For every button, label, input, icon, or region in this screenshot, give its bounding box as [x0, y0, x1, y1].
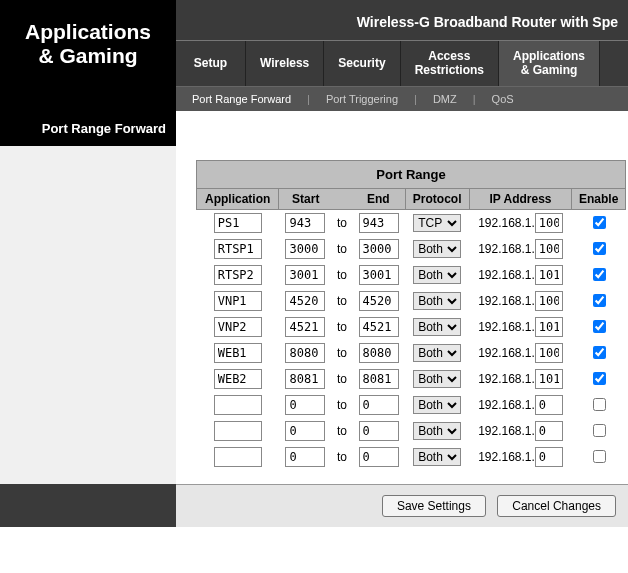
end-port-input[interactable]	[359, 447, 399, 467]
table-row: toTCPUDPBoth192.168.1.	[197, 288, 626, 314]
tab-applications-gaming[interactable]: Applications & Gaming	[499, 41, 600, 86]
side-fill	[0, 146, 176, 484]
enable-checkbox[interactable]	[593, 242, 606, 255]
protocol-select[interactable]: TCPUDPBoth	[413, 214, 461, 232]
product-title: Wireless-G Broadband Router with Spe	[176, 0, 628, 41]
protocol-select[interactable]: TCPUDPBoth	[413, 318, 461, 336]
col-application: Application	[197, 188, 279, 209]
ip-suffix-input[interactable]	[535, 213, 563, 233]
port-range-table: Port Range Application Start End Protoco…	[196, 160, 626, 470]
start-port-input[interactable]	[285, 317, 325, 337]
application-input[interactable]	[214, 395, 262, 415]
start-port-input[interactable]	[285, 239, 325, 259]
end-port-input[interactable]	[359, 421, 399, 441]
application-input[interactable]	[214, 265, 262, 285]
ip-suffix-input[interactable]	[535, 369, 563, 389]
subtab-port-triggering[interactable]: Port Triggering	[320, 91, 404, 107]
application-input[interactable]	[214, 369, 262, 389]
save-button[interactable]: Save Settings	[382, 495, 486, 517]
ip-prefix: 192.168.1.	[478, 216, 535, 230]
ip-prefix: 192.168.1.	[478, 320, 535, 334]
col-protocol: Protocol	[405, 188, 469, 209]
sub-tabs: Port Range Forward | Port Triggering | D…	[176, 87, 628, 111]
enable-checkbox[interactable]	[593, 320, 606, 333]
col-enable: Enable	[572, 188, 626, 209]
table-row: toTCPUDPBoth192.168.1.	[197, 340, 626, 366]
table-row: toTCPUDPBoth192.168.1.	[197, 262, 626, 288]
enable-checkbox[interactable]	[593, 216, 606, 229]
protocol-select[interactable]: TCPUDPBoth	[413, 292, 461, 310]
ip-suffix-input[interactable]	[535, 291, 563, 311]
enable-checkbox[interactable]	[593, 372, 606, 385]
start-port-input[interactable]	[285, 291, 325, 311]
end-port-input[interactable]	[359, 239, 399, 259]
application-input[interactable]	[214, 421, 262, 441]
start-port-input[interactable]	[285, 421, 325, 441]
col-start: Start	[279, 188, 332, 209]
ip-suffix-input[interactable]	[535, 317, 563, 337]
end-port-input[interactable]	[359, 369, 399, 389]
enable-checkbox[interactable]	[593, 346, 606, 359]
protocol-select[interactable]: TCPUDPBoth	[413, 240, 461, 258]
ip-prefix: 192.168.1.	[478, 242, 535, 256]
footer-left-fill	[0, 484, 176, 527]
ip-prefix: 192.168.1.	[478, 346, 535, 360]
brand-title: Applications & Gaming	[0, 0, 176, 111]
enable-checkbox[interactable]	[593, 424, 606, 437]
tab-access-restrictions[interactable]: Access Restrictions	[401, 41, 499, 86]
separator: |	[473, 93, 476, 105]
start-port-input[interactable]	[285, 343, 325, 363]
brand-line1: Applications	[8, 20, 168, 44]
enable-checkbox[interactable]	[593, 268, 606, 281]
separator: |	[307, 93, 310, 105]
tab-wireless[interactable]: Wireless	[246, 41, 324, 86]
ip-suffix-input[interactable]	[535, 239, 563, 259]
protocol-select[interactable]: TCPUDPBoth	[413, 448, 461, 466]
start-port-input[interactable]	[285, 369, 325, 389]
protocol-select[interactable]: TCPUDPBoth	[413, 422, 461, 440]
end-port-input[interactable]	[359, 395, 399, 415]
brand-line2: & Gaming	[8, 44, 168, 68]
enable-checkbox[interactable]	[593, 398, 606, 411]
enable-checkbox[interactable]	[593, 450, 606, 463]
start-port-input[interactable]	[285, 447, 325, 467]
ip-suffix-input[interactable]	[535, 395, 563, 415]
ip-prefix: 192.168.1.	[478, 372, 535, 386]
tab-setup[interactable]: Setup	[176, 41, 246, 86]
subtab-dmz[interactable]: DMZ	[427, 91, 463, 107]
end-port-input[interactable]	[359, 317, 399, 337]
ip-suffix-input[interactable]	[535, 421, 563, 441]
to-label: to	[332, 392, 352, 418]
end-port-input[interactable]	[359, 213, 399, 233]
to-label: to	[332, 314, 352, 340]
start-port-input[interactable]	[285, 265, 325, 285]
end-port-input[interactable]	[359, 291, 399, 311]
page-title: Port Range Forward	[0, 111, 176, 146]
application-input[interactable]	[214, 291, 262, 311]
ip-suffix-input[interactable]	[535, 343, 563, 363]
cancel-button[interactable]: Cancel Changes	[497, 495, 616, 517]
table-row: toTCPUDPBoth192.168.1.	[197, 418, 626, 444]
protocol-select[interactable]: TCPUDPBoth	[413, 266, 461, 284]
application-input[interactable]	[214, 239, 262, 259]
ip-prefix: 192.168.1.	[478, 424, 535, 438]
application-input[interactable]	[214, 213, 262, 233]
application-input[interactable]	[214, 343, 262, 363]
application-input[interactable]	[214, 317, 262, 337]
application-input[interactable]	[214, 447, 262, 467]
subtab-port-range-forward[interactable]: Port Range Forward	[186, 91, 297, 107]
ip-suffix-input[interactable]	[535, 265, 563, 285]
end-port-input[interactable]	[359, 265, 399, 285]
tab-security[interactable]: Security	[324, 41, 400, 86]
enable-checkbox[interactable]	[593, 294, 606, 307]
protocol-select[interactable]: TCPUDPBoth	[413, 370, 461, 388]
start-port-input[interactable]	[285, 395, 325, 415]
start-port-input[interactable]	[285, 213, 325, 233]
main-tabs: Setup Wireless Security Access Restricti…	[176, 41, 628, 87]
protocol-select[interactable]: TCPUDPBoth	[413, 396, 461, 414]
protocol-select[interactable]: TCPUDPBoth	[413, 344, 461, 362]
table-row: toTCPUDPBoth192.168.1.	[197, 314, 626, 340]
ip-suffix-input[interactable]	[535, 447, 563, 467]
subtab-qos[interactable]: QoS	[486, 91, 520, 107]
end-port-input[interactable]	[359, 343, 399, 363]
